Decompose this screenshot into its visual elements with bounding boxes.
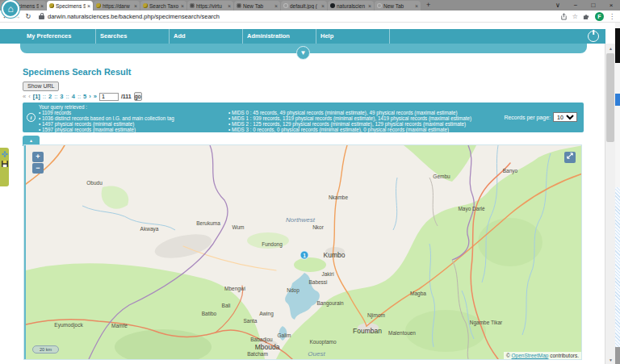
map-attribution: © OpenStreetMap contributors. bbox=[504, 352, 581, 359]
tab-strip: Specimens S × Specimens S × https://darw… bbox=[0, 0, 620, 10]
scrollbar-thumb[interactable] bbox=[606, 53, 614, 142]
tab-favicon bbox=[190, 3, 195, 8]
records-per-page-select[interactable]: 10 bbox=[553, 112, 577, 122]
zoom-out-button[interactable]: − bbox=[32, 163, 44, 174]
tab-close-icon[interactable]: × bbox=[368, 3, 371, 9]
home-icon[interactable]: ⌂ bbox=[2, 0, 19, 18]
records-per-page-label: Records per page: bbox=[504, 115, 551, 120]
window-controls: ∨ − □ × bbox=[549, 0, 620, 10]
browser-tab[interactable]: Specimens S × bbox=[47, 1, 93, 10]
close-button[interactable]: × bbox=[602, 0, 620, 10]
map-zoom-controls: + − bbox=[32, 152, 44, 174]
pagination-token[interactable]: 5 bbox=[83, 93, 86, 100]
lock-icon[interactable] bbox=[39, 13, 44, 19]
url-text[interactable]: darwin.naturalsciences.be/backend.php/sp… bbox=[48, 13, 560, 20]
nav-menu-item[interactable]: Add bbox=[170, 29, 243, 44]
pagination-token[interactable]: :: bbox=[54, 93, 57, 100]
tab-close-icon[interactable]: × bbox=[134, 3, 137, 9]
show-url-button[interactable]: Show URL bbox=[23, 82, 59, 91]
pagination-token[interactable]: ‹ bbox=[28, 93, 31, 100]
zoom-in-button[interactable]: + bbox=[32, 152, 44, 162]
tab-title: New Tab bbox=[243, 3, 273, 9]
extensions-puzzle-icon[interactable] bbox=[583, 13, 590, 20]
mids-summary-line: • MIDS 1 : 939 records, 1319 physical re… bbox=[228, 115, 495, 121]
map-cluster-marker[interactable]: 1 bbox=[300, 251, 309, 260]
page-number-input[interactable] bbox=[99, 93, 119, 101]
mids-summary-line: • MIDS 2 : 125 records, 129 physical rec… bbox=[228, 121, 495, 127]
map[interactable]: ObuduGembuBanyoAkwayaBerukumaMayo DarléN… bbox=[24, 145, 581, 359]
browser-tab[interactable]: https://darw × bbox=[94, 1, 140, 10]
site-nav: My Preferences Searches Add Administrati… bbox=[0, 29, 605, 44]
tab-favicon bbox=[283, 3, 288, 8]
menu-kebab-icon[interactable]: ⋮ bbox=[609, 13, 615, 20]
page-total: /111 bbox=[121, 94, 132, 99]
pagination-token[interactable]: 3 bbox=[60, 93, 63, 100]
side-panel-strip bbox=[0, 148, 9, 186]
browser-window: Specimens S × Specimens S × https://darw… bbox=[0, 0, 620, 364]
tab-title: naturalscien bbox=[337, 3, 367, 9]
map-panel: ▲ bbox=[23, 136, 581, 359]
pagination-token[interactable]: :: bbox=[43, 93, 46, 100]
tab-favicon bbox=[96, 3, 101, 8]
attribution-copyright: © bbox=[506, 353, 510, 358]
query-summary-line: • 1109 records bbox=[39, 110, 224, 115]
page-scrollbar[interactable]: ▲ ▼ bbox=[605, 44, 615, 364]
tab-title: Search Taxo bbox=[149, 3, 179, 9]
tab-favicon bbox=[49, 3, 54, 8]
tab-close-icon[interactable]: × bbox=[40, 3, 44, 9]
browser-tab[interactable]: default.jpg ( × bbox=[281, 1, 327, 10]
bookmark-star-icon[interactable]: ☆ bbox=[572, 13, 578, 20]
address-bar: ← → ↻ darwin.naturalsciences.be/backend.… bbox=[0, 10, 620, 23]
query-intro: Your query retrieved : bbox=[39, 104, 224, 110]
maximize-button[interactable]: □ bbox=[584, 0, 602, 10]
tab-favicon bbox=[330, 3, 335, 8]
tab-favicon bbox=[143, 3, 148, 8]
page-title: Specimens Search Result bbox=[23, 67, 132, 77]
move-arrows-icon[interactable] bbox=[2, 151, 8, 157]
tab-title: https://darw bbox=[103, 3, 132, 9]
tab-favicon bbox=[377, 3, 382, 8]
pagination-token[interactable]: » bbox=[94, 93, 97, 100]
minimize-button[interactable]: − bbox=[567, 0, 584, 10]
nav-menu-item[interactable]: My Preferences bbox=[23, 29, 96, 44]
bookmarks-bar bbox=[0, 23, 620, 29]
pagination-token[interactable]: :: bbox=[66, 93, 69, 100]
go-button[interactable]: go bbox=[134, 92, 142, 101]
logout-power-icon[interactable] bbox=[588, 31, 599, 42]
pagination-token[interactable]: [1] bbox=[33, 93, 40, 100]
toggle-search-form-chevron-icon[interactable]: ▼ bbox=[296, 46, 310, 60]
browser-tab[interactable]: New Tab × bbox=[375, 1, 421, 10]
save-disk-icon[interactable] bbox=[2, 161, 8, 167]
tab-search-icon[interactable]: ∨ bbox=[549, 0, 567, 10]
pagination: «‹[1]::2::3::4::5›» /111 go bbox=[23, 92, 142, 101]
tab-close-icon[interactable]: × bbox=[274, 3, 278, 9]
browser-tab[interactable]: New Tab × bbox=[234, 1, 280, 10]
nav-menu-item[interactable]: Searches bbox=[96, 29, 170, 44]
query-summary-line: • 1597 physical records (maximal estimat… bbox=[39, 127, 224, 132]
pagination-token[interactable]: › bbox=[89, 93, 91, 100]
fullscreen-icon[interactable] bbox=[564, 152, 576, 163]
openstreetmap-link[interactable]: OpenStreetMap bbox=[512, 353, 549, 358]
browser-tab[interactable]: https://virtu × bbox=[187, 1, 233, 10]
tab-close-icon[interactable]: × bbox=[321, 3, 325, 9]
pagination-token[interactable]: 2 bbox=[48, 93, 52, 100]
tab-close-icon[interactable]: × bbox=[87, 3, 90, 9]
tab-close-icon[interactable]: × bbox=[415, 3, 418, 9]
query-summary-bar: i Your query retrieved : • 1109 records•… bbox=[23, 103, 584, 132]
browser-tab[interactable]: Search Taxo × bbox=[140, 1, 186, 10]
profile-avatar[interactable]: F bbox=[595, 12, 604, 21]
tab-title: New Tab bbox=[383, 3, 413, 9]
attribution-suffix: contributors. bbox=[548, 353, 579, 358]
pagination-token[interactable]: :: bbox=[78, 93, 81, 100]
background-window-sliver bbox=[615, 23, 620, 364]
share-icon[interactable] bbox=[560, 13, 568, 20]
pagination-token[interactable]: « bbox=[23, 93, 26, 100]
browser-tab[interactable]: naturalscien × bbox=[328, 1, 374, 10]
tab-close-icon[interactable]: × bbox=[228, 3, 231, 9]
pagination-token[interactable]: 4 bbox=[72, 93, 75, 100]
new-tab-button[interactable]: + bbox=[426, 1, 430, 9]
nav-menu-item[interactable]: Help bbox=[316, 29, 390, 44]
tab-close-icon[interactable]: × bbox=[181, 3, 184, 9]
refresh-icon[interactable]: ↻ bbox=[23, 12, 34, 20]
nav-menu-item[interactable]: Administration bbox=[243, 29, 316, 44]
